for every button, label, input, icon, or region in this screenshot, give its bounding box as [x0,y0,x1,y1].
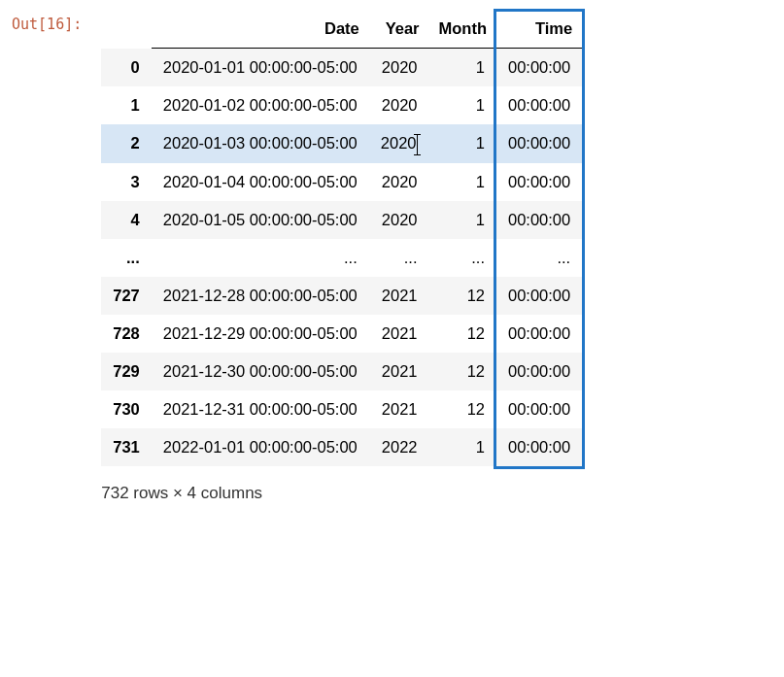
cell-year: 2020 [369,49,429,87]
row-index: 3 [101,163,152,201]
text-cursor-icon [417,136,418,153]
table-row: 32020-01-04 00:00:00-05:002020100:00:00 [101,163,582,201]
row-index: 2 [101,124,152,163]
cell-date: 2021-12-28 00:00:00-05:00 [152,277,369,315]
cell-time: ... [496,239,582,277]
cell-month: 1 [429,86,496,124]
cell-year: 2021 [369,277,429,315]
table-row: 42020-01-05 00:00:00-05:002020100:00:00 [101,201,582,239]
cell-month: 12 [429,390,496,428]
cell-year: 2021 [369,390,429,428]
row-index: 728 [101,315,152,353]
cell-year: 2020 [369,86,429,124]
cell-month: 1 [429,201,496,239]
index-header [101,12,152,49]
row-index: 4 [101,201,152,239]
cell-time: 00:00:00 [496,277,582,315]
cell-date: 2020-01-01 00:00:00-05:00 [152,49,369,87]
cell-time: 00:00:00 [496,86,582,124]
column-header: Year [369,12,429,49]
cell-time: 00:00:00 [496,353,582,390]
table-row: 7302021-12-31 00:00:00-05:0020211200:00:… [101,390,582,428]
cell-output-area: DateYearMonthTime 02020-01-01 00:00:00-0… [101,12,582,503]
cell-month: 12 [429,353,496,390]
table-row: 7292021-12-30 00:00:00-05:0020211200:00:… [101,353,582,390]
cell-time: 00:00:00 [496,390,582,428]
cell-time: 00:00:00 [496,201,582,239]
cell-time: 00:00:00 [496,428,582,466]
cell-year: 2021 [369,353,429,390]
table-header-row: DateYearMonthTime [101,12,582,49]
dataframe-table: DateYearMonthTime 02020-01-01 00:00:00-0… [101,12,582,466]
table-row: 02020-01-01 00:00:00-05:002020100:00:00 [101,49,582,87]
cell-month: 1 [429,49,496,87]
cell-time: 00:00:00 [496,124,582,163]
cell-year: 2022 [369,428,429,466]
cell-output-prompt: Out[16]: [12,12,82,33]
cell-date: 2020-01-02 00:00:00-05:00 [152,86,369,124]
cell-date: ... [152,239,369,277]
cell-date: 2020-01-03 00:00:00-05:00 [152,124,369,163]
table-row: 22020-01-03 00:00:00-05:002020100:00:00 [101,124,582,163]
cell-date: 2020-01-04 00:00:00-05:00 [152,163,369,201]
cell-month: 1 [429,163,496,201]
cell-year: 2020 [369,124,429,163]
dataframe-shape-footer: 732 rows × 4 columns [101,466,582,503]
table-row: 12020-01-02 00:00:00-05:002020100:00:00 [101,86,582,124]
row-index: 729 [101,353,152,390]
row-index: 730 [101,390,152,428]
cell-month: 1 [429,428,496,466]
table-row: 7312022-01-01 00:00:00-05:002022100:00:0… [101,428,582,466]
table-row: 7272021-12-28 00:00:00-05:0020211200:00:… [101,277,582,315]
cell-date: 2022-01-01 00:00:00-05:00 [152,428,369,466]
column-header: Month [429,12,496,49]
cell-year: ... [369,239,429,277]
cell-month: 12 [429,277,496,315]
row-index: 1 [101,86,152,124]
cell-time: 00:00:00 [496,163,582,201]
row-index: 0 [101,49,152,87]
cell-date: 2020-01-05 00:00:00-05:00 [152,201,369,239]
cell-time: 00:00:00 [496,315,582,353]
cell-month: ... [429,239,496,277]
column-header: Time [496,12,582,49]
table-row: 7282021-12-29 00:00:00-05:0020211200:00:… [101,315,582,353]
column-header: Date [152,12,369,49]
cell-month: 12 [429,315,496,353]
cell-time: 00:00:00 [496,49,582,87]
cell-year: 2020 [369,163,429,201]
cell-date: 2021-12-29 00:00:00-05:00 [152,315,369,353]
row-index: 727 [101,277,152,315]
cell-year: 2021 [369,315,429,353]
cell-date: 2021-12-30 00:00:00-05:00 [152,353,369,390]
row-index: ... [101,239,152,277]
table-body: 02020-01-01 00:00:00-05:002020100:00:001… [101,49,582,466]
row-index: 731 [101,428,152,466]
table-row: ............... [101,239,582,277]
cell-date: 2021-12-31 00:00:00-05:00 [152,390,369,428]
cell-month: 1 [429,124,496,163]
cell-year: 2020 [369,201,429,239]
